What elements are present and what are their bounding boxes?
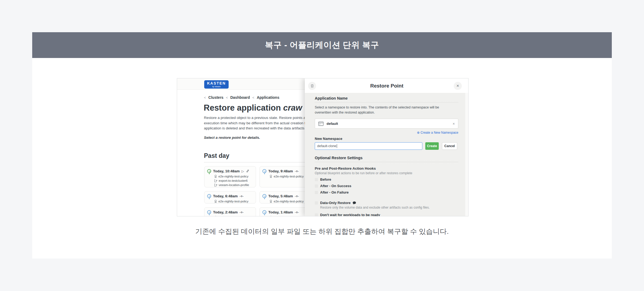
chevron-left-icon: < — [252, 96, 254, 100]
breadcrumb-dashboard[interactable]: Dashboard — [230, 95, 250, 100]
select-restore-point-note: Select a restore point for details. — [204, 136, 260, 140]
create-link-label: Create a New Namespace — [420, 131, 458, 134]
policy-badge-icon — [214, 175, 217, 178]
restore-point-card[interactable]: Today, 2:48am -o- e2e-nightly-test-polic… — [204, 207, 256, 216]
after-failure-checkbox[interactable] — [315, 191, 318, 194]
after-failure-label: After - On Failure — [320, 190, 349, 194]
data-only-restore-option: Data-Only Restore — [315, 201, 458, 205]
before-checkbox[interactable] — [315, 178, 318, 181]
plus-circle-icon: ⊕ — [417, 131, 420, 134]
dialog-header: Restore Point × — [305, 78, 469, 93]
data-only-restore-description: Restore only the volume data and exclude… — [320, 206, 458, 209]
hooks-title: Pre and Post-Restore Action Hooks — [315, 166, 458, 170]
text-caret — [337, 144, 337, 148]
policy-name: e2e-nightly-test-policy — [218, 175, 248, 178]
snapshot-node-icon: -o- — [295, 170, 299, 173]
cancel-button[interactable]: Cancel — [442, 142, 457, 150]
policy-badge-icon — [214, 200, 217, 203]
restore-point-time: Today, 6:48am — [213, 194, 238, 198]
policy-badge-icon — [269, 200, 272, 203]
data-only-restore-label: Data-Only Restore — [320, 201, 350, 205]
breadcrumb-applications[interactable]: Applications — [257, 95, 279, 100]
chevron-left-icon: < — [226, 96, 228, 100]
policy-row: e2e-nightly-test-policy — [269, 216, 308, 216]
namespace-select[interactable]: default × — [315, 119, 458, 129]
dialog-scrollbar[interactable] — [465, 93, 469, 216]
slide-page: 복구 - 어플리케이션 단위 복구 KASTEN by Veeam < Clus… — [0, 0, 644, 291]
play-icon[interactable]: ▷ — [241, 170, 244, 173]
policy-badge-icon — [269, 216, 272, 216]
before-label: Before — [320, 177, 331, 181]
policy-row: e2e-nightly-test-policy — [269, 175, 308, 178]
snapshot-node-icon: -o- — [240, 211, 244, 214]
kasten-screenshot: KASTEN by Veeam < Clusters < Dashboard <… — [177, 78, 469, 216]
clear-namespace-icon[interactable]: × — [453, 122, 455, 126]
hooks-description: Optional blueprint actions to be run bef… — [315, 171, 458, 175]
heading-prefix: Restore application — [204, 103, 283, 112]
dialog-title: Restore Point — [305, 83, 469, 89]
policy-name: e2e-nightly-test-policy — [274, 175, 304, 178]
restore-point-card[interactable]: Today, 6:48am -o- e2e-nightly-test-polic… — [204, 191, 256, 203]
export-row: export-to-testcluster6 — [214, 179, 253, 182]
after-success-label: After - On Success — [320, 184, 351, 188]
export-profile-name: export-to-testcluster6 — [219, 179, 248, 182]
restore-pin-icon — [262, 169, 266, 173]
restore-point-dialog: Restore Point × Application Name Select … — [305, 78, 469, 216]
application-name-section-title: Application Name — [315, 96, 458, 103]
restore-point-time: Today, 10:48am — [213, 169, 240, 173]
policy-row: e2e-nightly-test-policy — [214, 175, 253, 178]
create-new-namespace-link[interactable]: ⊕ Create a New Namespace — [315, 131, 458, 134]
slide-title: 복구 - 어플리케이션 단위 복구 — [265, 39, 379, 51]
restore-pin-icon — [262, 194, 266, 198]
restore-pin-icon — [207, 194, 211, 198]
restore-point-time: Today, 5:48am — [268, 194, 293, 198]
export-profile-name: veeam-location-profile — [219, 183, 249, 187]
kasten-logo[interactable]: KASTEN by Veeam — [204, 80, 229, 89]
new-namespace-value: default-clone — [317, 144, 336, 148]
new-namespace-label: New Namespace — [315, 137, 458, 141]
restore-application-heading: Restore application craw — [204, 103, 302, 113]
restore-point-card[interactable]: Today, 1:48am -o- e2e-nightly-test-polic… — [259, 207, 311, 216]
create-button[interactable]: Create — [425, 142, 439, 150]
selected-namespace: default — [327, 122, 450, 126]
dialog-body: Application Name Select a namespace to r… — [305, 93, 465, 216]
after-success-hook-option: After - On Success — [315, 184, 458, 188]
kasten-logo-text: KASTEN — [207, 81, 226, 85]
restore-point-card[interactable]: Today, 5:48am -o- e2e-nightly-test-polic… — [259, 191, 311, 203]
tooltip-bubble-icon[interactable] — [353, 201, 356, 205]
policy-name: e2e-nightly-test-policy — [218, 200, 248, 203]
slide-caption: 기존에 수집된 데이터의 일부 파일 또는 하위 집합만 추출하여 복구할 수 … — [32, 227, 612, 236]
breadcrumb-clusters[interactable]: Clusters — [208, 95, 224, 100]
policy-name: e2e-nightly-test-policy — [274, 200, 304, 203]
before-hook-option: Before — [315, 177, 458, 181]
dont-wait-label: Don't wait for workloads to be ready — [320, 213, 380, 216]
snapshot-node-icon: -o- — [240, 195, 244, 198]
export-row: veeam-location-profile — [214, 183, 253, 187]
kasten-logo-subtext: by Veeam — [212, 86, 221, 88]
export-icon — [214, 179, 217, 182]
close-icon[interactable]: × — [454, 82, 462, 90]
after-success-checkbox[interactable] — [315, 184, 318, 188]
data-only-restore-checkbox[interactable] — [315, 201, 318, 205]
restore-pin-icon — [207, 169, 211, 173]
export-icon — [214, 184, 217, 187]
application-name-description: Select a namespace to restore into. The … — [315, 105, 449, 115]
restore-point-card[interactable]: Today, 9:48am -o- e2e-nightly-test-polic… — [259, 166, 311, 187]
policy-row: e2e-nightly-test-policy — [214, 216, 253, 216]
chevron-left-icon: < — [204, 96, 206, 100]
new-namespace-input[interactable]: default-clone — [315, 142, 422, 150]
breadcrumb: < Clusters < Dashboard < Applications — [204, 95, 279, 100]
dont-wait-checkbox[interactable] — [315, 213, 318, 217]
snapshot-node-icon: -o- — [295, 211, 299, 214]
restore-point-card[interactable]: Today, 10:48am ▷ e2e-nightly-test-policy… — [204, 166, 256, 187]
after-failure-hook-option: After - On Failure — [315, 190, 458, 194]
policy-name: e2e-nightly-test-policy — [218, 216, 248, 216]
link-icon[interactable] — [246, 169, 249, 173]
restore-point-time: Today, 2:48am — [213, 210, 238, 214]
heading-app-name: craw — [283, 103, 302, 112]
dont-wait-option: Don't wait for workloads to be ready — [315, 213, 458, 216]
restore-point-time: Today, 9:48am — [268, 169, 293, 173]
policy-row: e2e-nightly-test-policy — [269, 200, 308, 203]
restore-pin-icon — [207, 210, 211, 214]
restore-point-time: Today, 1:48am — [268, 210, 293, 214]
